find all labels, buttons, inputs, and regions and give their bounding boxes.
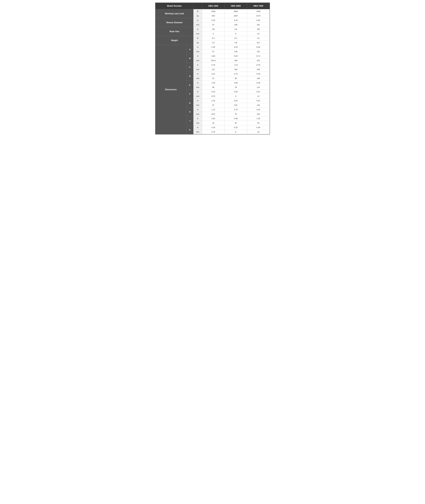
data-cell-hbs7000: 152: [247, 49, 270, 54]
data-cell-hbs7000: 19: [247, 36, 270, 40]
unit-cell: mm: [193, 23, 202, 27]
data-cell-hbs3500: 184: [225, 67, 247, 72]
group-label: Weight: [155, 36, 193, 45]
group-label: Sheave Diameter: [155, 18, 193, 27]
data-cell-hbs1000: 4.76: [202, 63, 225, 67]
data-cell-hbs1000: 3: [202, 32, 225, 36]
data-cell-hbs1000: 44.5: [202, 112, 225, 116]
data-cell-hbs3500: 6: [225, 32, 247, 36]
unit-cell: mm: [193, 103, 202, 108]
data-cell-hbs1000: 51: [202, 76, 225, 81]
data-cell-hbs7000: 222: [247, 58, 270, 63]
data-cell-hbs7000: 4.02: [247, 108, 270, 112]
data-cell-hbs1000: 16: [202, 121, 225, 125]
data-cell-hbs3500: 3.74: [225, 72, 247, 76]
data-cell-hbs7000: 10: [247, 130, 270, 134]
group-label: Rope Size: [155, 27, 193, 36]
data-cell-hbs1000: 8.75: [202, 94, 225, 99]
data-cell-hbs3500: 1587: [225, 14, 247, 18]
data-cell-hbs3500: 0.98: [225, 116, 247, 121]
specs-table: Model Number HBS 1000 HBS 3500 HBS 7000 …: [155, 3, 270, 134]
unit-cell: mm: [193, 49, 202, 54]
data-cell-hbs3500: 109: [225, 23, 247, 27]
unit-cell: in: [193, 90, 202, 94]
unit-cell: kg: [193, 40, 202, 45]
unit-cell: mm: [193, 85, 202, 90]
header-hbs7000: HBS 7000: [247, 3, 270, 9]
sub-label-cell: G: [186, 99, 193, 108]
table-row: Sheave Diameterin2.254.256.00: [155, 18, 270, 23]
unit-cell: in: [193, 54, 202, 58]
data-cell-hbs1000: 101.6: [202, 58, 225, 63]
data-cell-hbs3500: 6.30: [225, 54, 247, 58]
data-cell-hbs7000: 248: [247, 67, 270, 72]
unit-cell: mm: [193, 112, 202, 116]
data-cell-hbs3500: 4.25: [225, 18, 247, 23]
data-cell-hbs3500: 6: [225, 130, 247, 134]
data-cell-hbs1000: 0.34: [202, 90, 225, 94]
sub-label-cell: H: [186, 108, 193, 116]
data-cell-hbs7000: 6.00: [247, 18, 270, 23]
sub-label-cell: D: [186, 72, 193, 81]
data-cell-hbs1000: 57: [202, 49, 225, 54]
data-cell-hbs3500: 3.8: [225, 40, 247, 45]
data-cell-hbs1000: 1.50: [202, 81, 225, 85]
data-cell-hbs7000: 3175: [247, 14, 270, 18]
data-cell-hbs3500: 109: [225, 49, 247, 54]
data-cell-hbs7000: 0.39: [247, 125, 270, 130]
data-cell-hbs7000: 5.51: [247, 99, 270, 103]
data-cell-hbs7000: 9.76: [247, 63, 270, 67]
table-row: DimensionsAin2.254.256.00: [155, 45, 270, 49]
sub-label-cell: E: [186, 81, 193, 90]
unit-cell: mm: [193, 130, 202, 134]
header-model-number: Model Number: [155, 3, 193, 9]
data-cell-hbs1000: 4.00: [202, 54, 225, 58]
unit-cell: in: [193, 63, 202, 67]
unit-cell: mm: [193, 32, 202, 36]
data-cell-hbs3500: 95: [225, 76, 247, 81]
unit-cell: mm: [193, 76, 202, 81]
data-cell-hbs3500: 1/4: [225, 27, 247, 32]
data-cell-hbs7000: 8.6: [247, 40, 270, 45]
data-cell-hbs3500: 4.25: [225, 45, 247, 49]
sub-label-cell: C: [186, 63, 193, 72]
data-cell-hbs1000: 5.4: [202, 36, 225, 40]
data-cell-hbs1000: 1000: [202, 9, 225, 14]
data-cell-hbs7000: 114: [247, 85, 270, 90]
data-cell-hbs7000: 7000: [247, 9, 270, 14]
sub-label-cell: K: [186, 125, 193, 134]
data-cell-hbs1000: 4.75: [202, 130, 225, 134]
data-cell-hbs1000: 57: [202, 23, 225, 27]
unit-cell: in: [193, 45, 202, 49]
unit-cell: mm: [193, 67, 202, 72]
data-cell-hbs3500: 2.76: [225, 108, 247, 112]
unit-cell: in: [193, 108, 202, 112]
unit-cell: in: [193, 27, 202, 32]
data-cell-hbs7000: 0.51: [247, 90, 270, 94]
data-cell-hbs3500: 160: [225, 58, 247, 63]
data-cell-hbs3500: 0.25: [225, 125, 247, 130]
sub-label-cell: A: [186, 45, 193, 54]
header-row: Model Number HBS 1000 HBS 3500 HBS 7000: [155, 3, 270, 9]
data-cell-hbs1000: 1/8: [202, 27, 225, 32]
data-cell-hbs3500: 3500: [225, 9, 247, 14]
unit-cell: in: [193, 125, 202, 130]
sub-label-cell: B: [186, 54, 193, 63]
unit-cell: mm: [193, 94, 202, 99]
header-hbs3500: HBS 3500: [225, 3, 247, 9]
table-row: Weightlb5.48.319: [155, 36, 270, 40]
data-cell-hbs3500: 9: [225, 94, 247, 99]
unit-cell: lb: [193, 36, 202, 40]
group-label: Working Load Limit: [155, 9, 193, 18]
unit-cell: in: [193, 18, 202, 23]
unit-cell: in: [193, 72, 202, 76]
data-cell-hbs3500: 102: [225, 103, 247, 108]
data-cell-hbs7000: 1.30: [247, 116, 270, 121]
data-cell-hbs3500: 0.35: [225, 90, 247, 94]
data-cell-hbs7000: 152: [247, 23, 270, 27]
data-cell-hbs1000: 1.75: [202, 108, 225, 112]
data-cell-hbs1000: 455: [202, 14, 225, 18]
sub-label-cell: F: [186, 90, 193, 99]
data-cell-hbs1000: 2.24: [202, 99, 225, 103]
data-cell-hbs7000: 33: [247, 121, 270, 125]
